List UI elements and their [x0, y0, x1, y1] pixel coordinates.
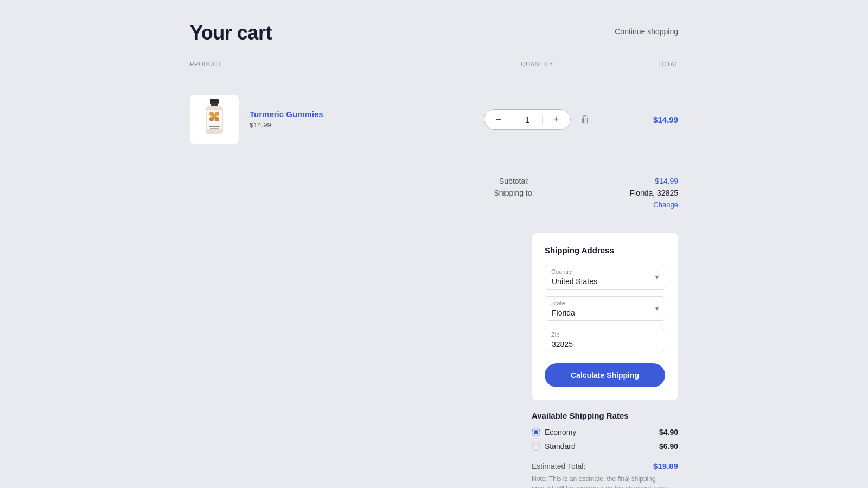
economy-price: $4.90 — [659, 428, 678, 436]
shipping-rates-title: Available Shipping Rates — [532, 411, 678, 420]
increase-quantity-button[interactable]: + — [547, 111, 565, 128]
economy-label: Economy — [545, 428, 576, 436]
page-title: Your cart — [190, 22, 272, 44]
shipping-address-title: Shipping Address — [545, 246, 665, 255]
subtotal-value: $14.99 — [635, 177, 678, 185]
estimate-note: Note: This is an estimate, the final shi… — [532, 474, 678, 488]
estimated-total-value: $19.89 — [653, 461, 678, 471]
svg-rect-10 — [210, 128, 219, 129]
standard-radio[interactable] — [532, 442, 540, 451]
shipping-location: Florida, 32825 — [629, 189, 678, 197]
product-unit-price: $14.99 — [250, 121, 323, 129]
quantity-input[interactable] — [516, 115, 538, 124]
standard-label: Standard — [545, 442, 576, 451]
cart-item-row: Turmeric Gummies $14.99 − + 🗑 $14.99 — [190, 84, 678, 155]
zip-input[interactable] — [545, 328, 665, 352]
rate-row-economy: Economy $4.90 — [532, 428, 678, 436]
economy-radio[interactable] — [532, 428, 540, 436]
estimated-total-row: Estimated Total: $19.89 — [532, 461, 678, 471]
svg-rect-9 — [209, 126, 220, 127]
decrease-quantity-button[interactable]: − — [490, 111, 507, 128]
product-cell: Turmeric Gummies $14.99 — [190, 95, 483, 144]
zip-label: Zip — [551, 331, 559, 338]
standard-price: $6.90 — [659, 442, 678, 451]
item-total-price: $14.99 — [591, 115, 678, 124]
quantity-cell: − + 🗑 — [483, 109, 591, 130]
col-product-label: PRODUCT — [190, 61, 483, 67]
state-label: State — [551, 300, 565, 306]
product-image — [190, 95, 239, 144]
shipping-rates-box: Available Shipping Rates Economy $4.90 — [532, 411, 678, 451]
product-name: Turmeric Gummies — [250, 110, 323, 119]
calculate-shipping-button[interactable]: Calculate Shipping — [545, 363, 665, 387]
summary-section: Subtotal: $14.99 Shipping to: Florida, 3… — [190, 177, 678, 488]
svg-rect-1 — [211, 103, 218, 106]
delete-item-button[interactable]: 🗑 — [580, 114, 590, 125]
continue-shopping-link[interactable]: Continue shopping — [615, 27, 678, 36]
svg-point-8 — [212, 114, 216, 119]
rate-row-standard: Standard $6.90 — [532, 442, 678, 451]
cart-divider — [190, 160, 678, 160]
country-label: Country — [551, 268, 572, 275]
shipping-to-label: Shipping to: — [494, 189, 629, 197]
estimated-total-label: Estimated Total: — [532, 462, 585, 471]
change-shipping-link[interactable]: Change — [653, 201, 678, 209]
subtotal-label: Subtotal: — [499, 177, 635, 185]
col-quantity-label: QUANTITY — [483, 61, 591, 67]
shipping-address-box: Shipping Address Country United States C… — [532, 233, 678, 400]
col-total-label: TOTAL — [591, 61, 678, 67]
